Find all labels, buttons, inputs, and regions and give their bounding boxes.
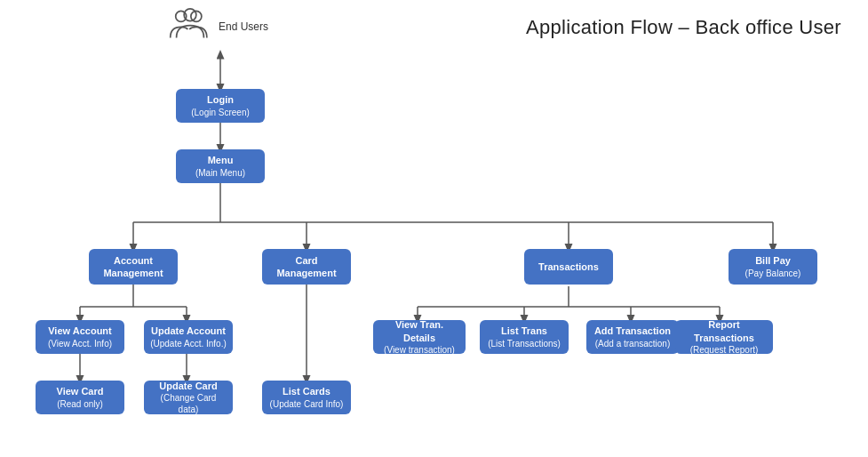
view-card-sublabel: (Read only) [57,398,103,410]
card-mgmt-label: Card Management [267,254,346,280]
view-tran-label: View Tran. Details [378,318,460,344]
menu-label: Menu [208,154,234,166]
update-account-sublabel: (Update Acct. Info.) [150,338,227,349]
view-card-label: View Card [57,385,104,397]
view-tran-sublabel: (View transaction) [384,344,455,356]
update-card-sublabel: (Change Card data) [149,392,227,415]
view-account-sublabel: (View Acct. Info) [48,338,112,349]
menu-sublabel: (Main Menu) [195,167,245,179]
menu-node: Menu (Main Menu) [176,149,265,183]
account-mgmt-label2: Management [103,267,163,279]
view-account-node: View Account (View Acct. Info) [36,320,124,354]
account-mgmt-label: Account [114,254,153,267]
end-users: End Users [169,7,268,44]
account-mgmt-node: Account Management [89,249,178,285]
page: Application Flow – Back office User [0,0,868,457]
report-transactions-sublabel: (Request Report) [690,344,759,356]
add-transaction-sublabel: (Add a transaction) [595,338,671,349]
add-transaction-label: Add Transaction [594,325,671,337]
end-users-label: End Users [219,20,268,33]
view-tran-node: View Tran. Details (View transaction) [373,320,466,354]
add-transaction-node: Add Transaction (Add a transaction) [586,320,679,354]
login-sublabel: (Login Screen) [191,107,250,118]
update-card-label: Update Card [159,380,217,392]
view-card-node: View Card (Read only) [36,381,124,414]
list-cards-sublabel: (Update Card Info) [270,398,344,410]
connector-layer [0,0,868,457]
update-account-label: Update Account [151,325,226,337]
list-trans-label: List Trans [501,325,547,337]
bill-pay-sublabel: (Pay Balance) [745,268,801,279]
card-mgmt-node: Card Management [262,249,351,285]
list-cards-label: List Cards [283,385,330,397]
update-card-node: Update Card (Change Card data) [144,381,233,414]
transactions-label: Transactions [538,261,599,273]
view-account-label: View Account [48,325,112,337]
login-node: Login (Login Screen) [176,89,265,123]
report-transactions-node: Report Transactions (Request Report) [675,320,773,354]
login-label: Login [207,93,234,106]
list-trans-node: List Trans (List Transactions) [480,320,569,354]
bill-pay-label: Bill Pay [755,254,791,267]
bill-pay-node: Bill Pay (Pay Balance) [729,249,817,285]
list-trans-sublabel: (List Transactions) [488,338,561,349]
end-users-icon [169,7,211,44]
list-cards-node: List Cards (Update Card Info) [262,381,351,414]
transactions-node: Transactions [524,249,613,285]
update-account-node: Update Account (Update Acct. Info.) [144,320,233,354]
page-title: Application Flow – Back office User [0,0,868,39]
report-transactions-label: Report Transactions [681,318,768,344]
